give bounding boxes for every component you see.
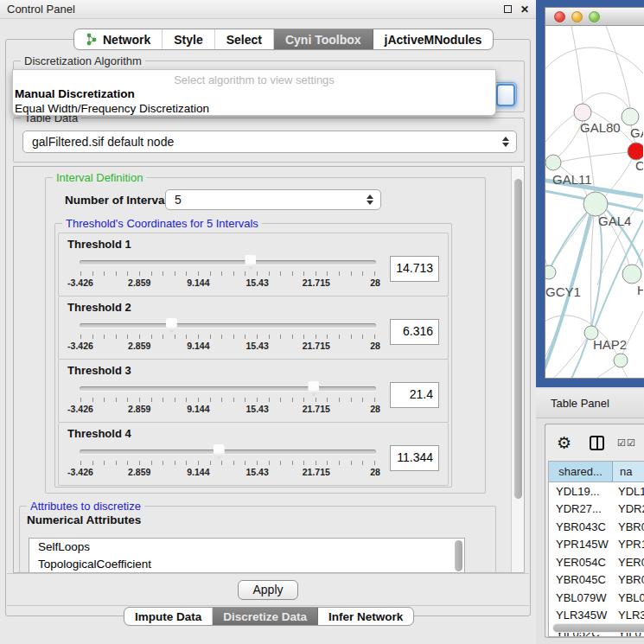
- apply-button[interactable]: Apply: [238, 580, 297, 600]
- slider-ticks: [80, 461, 375, 465]
- network-edge[interactable]: [561, 152, 628, 162]
- numerical-attributes-list[interactable]: SelfLoopsTopologicalCoefficientBetweenne…: [29, 538, 465, 573]
- network-node-gal4[interactable]: [583, 192, 608, 216]
- control-panel-titlebar: Control Panel ✕: [0, 0, 536, 19]
- table-row[interactable]: YDL19...YDL1: [549, 482, 644, 501]
- network-canvas[interactable]: GAL80GACGAL11GAL4GCY1HHAP2: [545, 26, 643, 378]
- tab-jactivemnodules[interactable]: jActiveMNodules: [373, 29, 494, 49]
- network-edge[interactable]: [558, 121, 583, 157]
- threshold-panel: Threshold 1-3.4262.8599.14415.4321.71528…: [58, 233, 449, 296]
- network-edge[interactable]: [571, 26, 583, 104]
- zoom-window-icon[interactable]: [589, 11, 600, 22]
- close-window-icon[interactable]: [554, 11, 565, 22]
- table-row[interactable]: YPR145WYPR1: [549, 536, 644, 554]
- attributes-group-title: Attributes to discretize: [27, 500, 144, 513]
- threshold-slider[interactable]: -3.4262.8599.14415.4321.71528: [80, 252, 376, 294]
- network-edge[interactable]: [590, 216, 594, 326]
- threshold-value-field[interactable]: 14.713: [390, 256, 439, 282]
- network-node-right-h[interactable]: [622, 265, 641, 284]
- slider-thumb[interactable]: [308, 381, 319, 396]
- threshold-slider[interactable]: -3.4262.8599.14415.4321.71528: [80, 316, 376, 357]
- table-row[interactable]: YBR043CYBR0: [549, 518, 644, 536]
- slider-thumb[interactable]: [214, 444, 225, 459]
- slider-thumb[interactable]: [245, 255, 256, 270]
- table-row[interactable]: YLR345WYLR3: [549, 607, 644, 625]
- network-edge[interactable]: [545, 249, 547, 266]
- tab-cyni-toolbox[interactable]: Cyni Toolbox: [274, 29, 373, 49]
- threshold-value-field[interactable]: 6.316: [390, 319, 439, 345]
- threshold-slider[interactable]: -3.4262.8599.14415.4321.71528: [80, 379, 376, 420]
- column-header-name[interactable]: na: [613, 462, 644, 481]
- network-node-gal80[interactable]: [574, 104, 591, 121]
- list-scrollbar[interactable]: [455, 540, 462, 571]
- numerical-attributes-label: Numerical Attributes: [27, 513, 141, 526]
- table-horizontal-scrollbar-thumb[interactable]: [553, 624, 644, 632]
- attribute-list-item[interactable]: TopologicalCoefficient: [29, 556, 464, 573]
- slider-track[interactable]: [80, 323, 376, 328]
- table-panel: ⚙ ☑☑ shared... na YDL19...YDL1YDR27...YD…: [545, 424, 644, 638]
- threshold-label: Threshold 4: [67, 427, 439, 440]
- table-row[interactable]: YER054CYER0: [549, 553, 644, 571]
- tab-impute-data[interactable]: Impute Data: [124, 608, 213, 625]
- table-panel-toolbar: ⚙ ☑☑: [545, 424, 644, 461]
- tab-infer-network[interactable]: Infer Network: [318, 608, 413, 625]
- network-node-label: GCY1: [545, 284, 581, 299]
- table-horizontal-scrollbar[interactable]: [552, 623, 644, 633]
- algorithm-option[interactable]: Equal Width/Frequency Discretization: [13, 101, 495, 116]
- float-window-icon[interactable]: [504, 0, 512, 19]
- tab-select[interactable]: Select: [215, 29, 274, 49]
- slider-thumb[interactable]: [166, 318, 177, 333]
- network-node-label: GAL11: [552, 172, 592, 187]
- split-columns-icon[interactable]: [590, 436, 604, 450]
- interval-definition-group: Interval Definition Number of Intervals …: [45, 177, 486, 494]
- network-node-label: GAL4: [598, 214, 631, 228]
- select-columns-icon[interactable]: ☑☑: [617, 437, 636, 449]
- table-row[interactable]: YBR045CYBR0: [549, 571, 644, 590]
- slider-track[interactable]: [80, 450, 376, 454]
- threshold-value-field[interactable]: 11.344: [390, 445, 439, 471]
- interval-definition-group-title: Interval Definition: [53, 171, 146, 184]
- network-node-bottom-small[interactable]: [614, 354, 628, 367]
- threshold-value-field[interactable]: 21.4: [390, 382, 439, 408]
- minimize-window-icon[interactable]: [571, 11, 583, 22]
- gear-icon[interactable]: ⚙: [557, 433, 571, 453]
- tab-network[interactable]: Network: [74, 29, 163, 49]
- table-row[interactable]: YBL079WYBL0: [549, 589, 644, 607]
- network-tab-icon: [86, 33, 98, 46]
- slider-track[interactable]: [80, 386, 376, 391]
- column-header-shared-name[interactable]: shared...: [549, 462, 613, 481]
- settings-scrollpane: Interval Definition Number of Intervals …: [13, 166, 525, 573]
- threshold-slider[interactable]: -3.4262.8599.14415.4321.71528: [80, 442, 376, 483]
- network-node-red[interactable]: [628, 143, 643, 160]
- pane-scrollbar-thumb[interactable]: [514, 179, 522, 499]
- table-data-combobox[interactable]: galFiltered.sif default node: [22, 131, 517, 153]
- algorithm-option[interactable]: Manual Discretization: [13, 86, 495, 101]
- tab-style[interactable]: Style: [163, 29, 214, 49]
- table-panel-title: Table Panel: [551, 397, 609, 410]
- network-edge[interactable]: [545, 48, 643, 73]
- attribute-list-item[interactable]: SelfLoops: [29, 539, 464, 556]
- table-row[interactable]: YDR27...YDR2: [549, 501, 644, 519]
- network-edge[interactable]: [606, 26, 630, 109]
- close-panel-icon[interactable]: ✕: [520, 0, 529, 19]
- network-view-window: GAL80GACGAL11GAL4GCY1HHAP2: [545, 7, 644, 379]
- apply-strip: Apply: [7, 573, 529, 606]
- network-window-titlebar: [545, 8, 644, 26]
- network-edge[interactable]: [597, 365, 616, 378]
- pane-scrollbar[interactable]: [511, 167, 524, 572]
- algorithm-dropdown-popup: Select algorithm to view settings Manual…: [12, 69, 496, 116]
- network-node-gcy1[interactable]: [545, 265, 556, 279]
- panel-title: Control Panel: [7, 3, 75, 16]
- tab-discretize-data[interactable]: Discretize Data: [213, 608, 318, 625]
- algorithm-dropdown-hint: Select algorithm to view settings: [13, 70, 495, 86]
- network-edge[interactable]: [583, 93, 629, 109]
- number-of-intervals-label: Number of Intervals: [65, 194, 175, 207]
- network-node-gal11[interactable]: [545, 155, 561, 170]
- threshold-panel: Threshold 4-3.4262.8599.14415.4321.71528…: [58, 423, 449, 486]
- network-node-top-right[interactable]: [622, 108, 639, 125]
- number-of-intervals-combobox[interactable]: 5: [165, 189, 381, 210]
- network-edge[interactable]: [552, 214, 587, 266]
- slider-track[interactable]: [80, 260, 376, 265]
- network-node-label: HAP2: [593, 337, 627, 352]
- attributes-group: Attributes to discretize Numerical Attri…: [19, 506, 496, 573]
